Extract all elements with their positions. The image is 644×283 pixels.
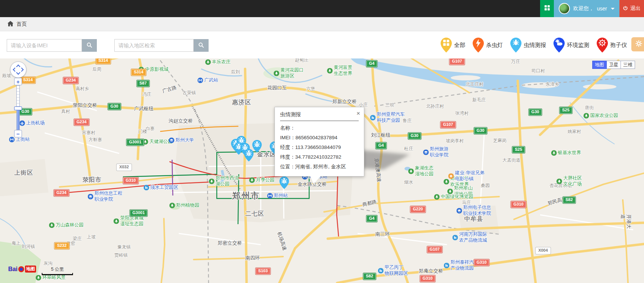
pan-right-icon[interactable] bbox=[19, 67, 23, 71]
power-icon bbox=[623, 6, 628, 12]
scale-label: 5 公里 bbox=[42, 266, 73, 273]
map-view-switcher: 地图卫星三维 bbox=[592, 61, 635, 69]
map-zoom-control: + − bbox=[14, 78, 22, 137]
imei-search-input[interactable] bbox=[7, 39, 82, 52]
legend-item-insect-lamp[interactable]: 杀虫灯 bbox=[473, 38, 503, 53]
popup-title: 虫情测报 bbox=[280, 111, 359, 121]
home-icon[interactable] bbox=[7, 21, 13, 28]
device-info-popup: × 虫情测报 名称：IMEI：865650042837894经度：113.736… bbox=[275, 107, 364, 177]
pest-monitor-pin-icon bbox=[510, 38, 521, 53]
map-view-button-2[interactable]: 卫星 bbox=[607, 61, 621, 69]
grid-icon bbox=[544, 5, 550, 12]
legend-label: 环境监测 bbox=[567, 42, 589, 49]
logout-label: 退出 bbox=[630, 5, 641, 12]
zoom-slider-track[interactable] bbox=[16, 85, 20, 130]
spore-meter-pin-icon bbox=[597, 38, 608, 53]
legend-item-all[interactable]: 全部 bbox=[441, 38, 465, 53]
map-view-button-1[interactable]: 地图 bbox=[592, 61, 607, 69]
region-search-input[interactable] bbox=[114, 39, 194, 52]
popup-field: 名称： bbox=[280, 123, 359, 133]
gear-icon bbox=[635, 40, 643, 49]
zoom-slider-handle[interactable] bbox=[14, 106, 22, 110]
imei-search-button[interactable] bbox=[82, 39, 97, 52]
search-icon bbox=[86, 42, 92, 49]
username: user bbox=[597, 6, 607, 12]
breadcrumb: 首页 bbox=[0, 17, 644, 31]
pest-monitor-device-pin[interactable] bbox=[252, 140, 262, 153]
all-pin-icon bbox=[441, 38, 452, 53]
device-type-legend: 全部杀虫灯虫情测报环境监测孢子仪 bbox=[441, 34, 627, 56]
chevron-down-icon bbox=[611, 8, 615, 10]
pan-up-icon[interactable] bbox=[16, 64, 20, 69]
region-search-button[interactable] bbox=[194, 39, 209, 52]
breadcrumb-home-label[interactable]: 首页 bbox=[16, 21, 27, 28]
top-bar: 欢迎您， user 退出 bbox=[0, 0, 644, 17]
pest-monitor-device-pin[interactable] bbox=[279, 177, 289, 189]
close-icon[interactable]: × bbox=[356, 110, 360, 117]
zoom-out-button[interactable]: − bbox=[14, 130, 22, 137]
pan-left-icon[interactable] bbox=[13, 67, 17, 71]
env-monitor-pin-icon bbox=[553, 38, 565, 53]
toolbar: 全部杀虫灯虫情测报环境监测孢子仪 bbox=[0, 31, 644, 58]
zoom-in-button[interactable]: + bbox=[14, 78, 22, 85]
user-menu[interactable]: 欢迎您， user bbox=[554, 0, 619, 17]
popup-field: 位置：河南省, 郑州市, 金水区 bbox=[280, 162, 359, 172]
popup-field: 经度：113.7366503844079 bbox=[280, 143, 359, 152]
baidu-logo-text: Bai bbox=[8, 266, 18, 273]
map-view-button-3[interactable]: 三维 bbox=[621, 61, 635, 69]
logout-button[interactable]: 退出 bbox=[619, 0, 644, 17]
baidu-map-text: 地图 bbox=[25, 265, 36, 273]
baidu-paw-icon bbox=[18, 266, 24, 272]
legend-item-spore-meter[interactable]: 孢子仪 bbox=[597, 38, 627, 53]
insect-lamp-pin-icon bbox=[473, 38, 484, 53]
legend-item-pest-monitor[interactable]: 虫情测报 bbox=[510, 38, 546, 53]
pan-down-icon[interactable] bbox=[16, 70, 20, 74]
legend-item-env-monitor[interactable]: 环境监测 bbox=[553, 38, 589, 53]
search-icon bbox=[198, 42, 204, 49]
welcome-text: 欢迎您， bbox=[573, 5, 594, 12]
legend-label: 孢子仪 bbox=[610, 42, 627, 49]
zoom-slider-fill bbox=[17, 108, 19, 130]
settings-button[interactable] bbox=[631, 37, 644, 51]
legend-label: 全部 bbox=[454, 42, 465, 49]
avatar bbox=[559, 3, 570, 14]
popup-field: IMEI：865650042837894 bbox=[280, 133, 359, 143]
map-pan-control[interactable] bbox=[10, 61, 26, 78]
map-scale: 5 公里 bbox=[42, 266, 73, 275]
scale-bar bbox=[42, 273, 73, 275]
popup-field: 纬度：34.77822410322782 bbox=[280, 152, 359, 162]
baidu-map[interactable]: 郑州市惠济区金水区二七区中牟县上街区荥阳市后周殿坡高村乡真村白寨门楼宫寨村方靳寨… bbox=[0, 58, 644, 283]
legend-label: 虫情测报 bbox=[524, 42, 546, 49]
baidu-logo: Bai 地图 bbox=[8, 265, 36, 273]
legend-label: 杀虫灯 bbox=[486, 42, 503, 49]
apps-grid-button[interactable] bbox=[540, 0, 554, 17]
